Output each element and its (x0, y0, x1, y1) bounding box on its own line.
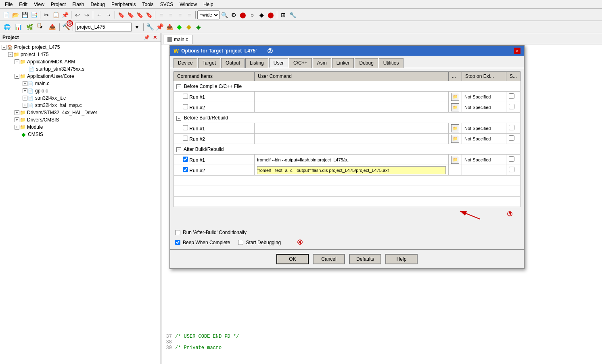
tree-cmsis[interactable]: ◆ CMSIS (0, 131, 161, 138)
gear1-btn[interactable]: ⚙ (229, 10, 238, 19)
expand-mdk[interactable]: − (15, 59, 19, 64)
flash-btn[interactable]: 📥 (165, 23, 174, 31)
list3-btn[interactable]: ≡ (176, 10, 184, 19)
circle-btn[interactable]: ○ (248, 10, 257, 19)
expand-root[interactable]: − (2, 45, 6, 50)
expand-cmsis-drivers[interactable]: + (15, 117, 19, 122)
shapes-btn[interactable]: ◆ (257, 10, 266, 19)
icon4-btn[interactable]: ▾ 📋 (36, 22, 46, 32)
dtab-cpp[interactable]: C/C++ (289, 58, 312, 68)
before-compile-run1-folder[interactable]: 📁 (451, 93, 459, 101)
tree-root[interactable]: − 🏠 Project: project_L475 (0, 44, 161, 51)
before-build-run2-folder[interactable]: 📁 (451, 135, 459, 143)
expand-module[interactable]: + (15, 125, 19, 130)
dtab-listing[interactable]: Listing (245, 58, 268, 68)
expand-project[interactable]: − (8, 52, 13, 57)
tree-project[interactable]: − 📁 project_L475 (0, 51, 161, 58)
pin-icon[interactable]: 📌 (142, 35, 151, 40)
tree-hal-msp-c[interactable]: + 📄 stm32l4xx_hal_msp.c (0, 102, 161, 109)
menu-flash[interactable]: Flash (69, 1, 87, 8)
cancel-button[interactable]: Cancel (313, 254, 345, 264)
before-build-run2-input[interactable] (257, 135, 446, 143)
icon3-btn[interactable]: 🌿 (24, 22, 35, 32)
search1-btn[interactable]: 🔍 (220, 10, 229, 19)
menu-help[interactable]: Help (200, 1, 217, 8)
tree-mdk-arm[interactable]: − 📁 Application/MDK-ARM (0, 58, 161, 65)
list4-btn[interactable]: ≡ (185, 10, 194, 19)
expand-gpio-c[interactable]: + (23, 88, 27, 93)
tree-module[interactable]: + 📁 Module (0, 123, 161, 131)
back-btn[interactable]: ← (95, 10, 104, 19)
run-conditionally-label[interactable]: Run 'After-Build' Conditionally (175, 230, 247, 235)
after-build-run1-input[interactable] (257, 156, 446, 164)
bookmark1-btn[interactable]: 🔖 (117, 10, 125, 19)
menu-svcs[interactable]: SVCS (157, 1, 177, 8)
beep-check[interactable] (175, 240, 180, 245)
menu-tools[interactable]: Tools (139, 1, 157, 8)
circle2-btn[interactable]: ⬤ (266, 10, 275, 19)
before-compile-run1-check[interactable] (183, 94, 188, 99)
expand-user-core[interactable]: − (15, 74, 19, 79)
expand-after-build[interactable]: − (176, 147, 181, 152)
before-build-run2-stop[interactable] (509, 135, 514, 141)
before-compile-run2-folder[interactable]: 📁 (451, 103, 459, 111)
tree-hal-driver[interactable]: + 📁 Drivers/STM32L4xx_HAL_Driver (0, 109, 161, 116)
help-button[interactable]: Help (385, 254, 418, 264)
list1-btn[interactable]: ≡ (157, 10, 166, 19)
menu-debug[interactable]: Debug (88, 1, 108, 8)
menu-project[interactable]: Project (48, 1, 69, 8)
icon2-btn[interactable]: 📊 (13, 22, 23, 32)
dtab-linker[interactable]: Linker (332, 58, 354, 68)
before-build-run1-folder[interactable]: 📁 (451, 124, 459, 132)
expand-main-c[interactable]: + (23, 81, 27, 86)
before-build-run2-check[interactable] (183, 136, 188, 141)
menu-file[interactable]: File (2, 1, 16, 8)
start-debug-label[interactable]: Start Debugging (238, 240, 281, 245)
before-build-run1-stop[interactable] (509, 125, 514, 130)
defaults-button[interactable]: Defaults (349, 254, 381, 264)
target-btn[interactable]: 📌 (155, 23, 164, 31)
before-build-run1-input[interactable] (257, 124, 446, 132)
start-debug-check[interactable] (238, 240, 243, 245)
tree-it-c[interactable]: + 📄 stm32l4xx_it.c (0, 94, 161, 102)
expand-it-c[interactable]: + (23, 96, 27, 100)
open-btn[interactable]: 📂 (11, 10, 20, 19)
after-build-run1-check[interactable] (183, 157, 188, 162)
list2-btn[interactable]: ≡ (166, 10, 175, 19)
project-name-input[interactable] (75, 23, 132, 31)
before-compile-run2-check[interactable] (183, 104, 188, 109)
after-build-run1-stop[interactable] (509, 156, 514, 162)
paste-btn[interactable]: 📌 (61, 10, 69, 19)
tree-cmsis-drivers[interactable]: + 📁 Drivers/CMSIS (0, 116, 161, 123)
expand-hal-driver[interactable]: + (15, 110, 19, 115)
dtab-device[interactable]: Device (173, 58, 197, 68)
before-compile-run2-stop[interactable] (509, 104, 514, 109)
bookmark3-btn[interactable]: 🔖 (135, 10, 144, 19)
redo-btn[interactable]: ↪ (82, 10, 91, 19)
expand-before-build[interactable]: − (176, 116, 181, 121)
settings-btn[interactable]: 🔧 (288, 10, 297, 19)
expand-hal-msp[interactable]: + (23, 103, 27, 108)
save-btn[interactable]: 💾 (20, 10, 29, 19)
before-build-run1-check[interactable] (183, 125, 188, 130)
layout-btn[interactable]: ⊞ (279, 10, 288, 19)
menu-edit[interactable]: Edit (16, 1, 31, 8)
save-all-btn[interactable]: 📑 (29, 10, 38, 19)
bookmark4-btn[interactable]: 🔖 (144, 10, 153, 19)
before-compile-run1-input[interactable] (257, 93, 446, 101)
menu-peripherals[interactable]: Peripherals (108, 1, 139, 8)
bookmark2-btn[interactable]: 🔖 (126, 10, 135, 19)
menu-view[interactable]: View (31, 1, 48, 8)
after-build-run2-check[interactable] (183, 167, 188, 172)
icon5-btn[interactable]: 📥 (47, 22, 57, 32)
close-project-panel-btn[interactable]: ✕ (152, 35, 158, 40)
menu-window[interactable]: Window (176, 1, 200, 8)
dropdown-arrow-btn[interactable]: ▾ (132, 23, 141, 31)
new-file-btn[interactable]: 📄 (2, 10, 10, 19)
dtab-output[interactable]: Output (221, 58, 245, 68)
dtab-utilities[interactable]: Utilities (379, 58, 403, 68)
dtab-asm[interactable]: Asm (313, 58, 331, 68)
cut-btn[interactable]: ✂ (42, 10, 51, 19)
tree-user-core[interactable]: − 📁 Application/User/Core (0, 73, 161, 80)
before-compile-run1-stop[interactable] (509, 93, 514, 99)
